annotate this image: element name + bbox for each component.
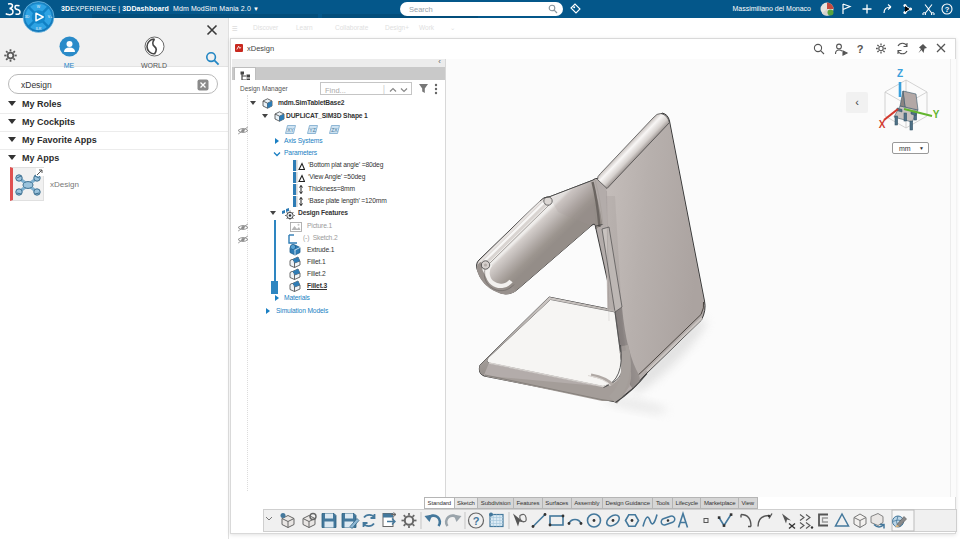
svg-text:ZX: ZX xyxy=(331,127,338,133)
svg-text:XY: XY xyxy=(287,127,294,133)
svg-text:Z: Z xyxy=(897,68,903,79)
svg-text:3D: 3D xyxy=(25,15,30,19)
svg-text:?: ? xyxy=(473,515,480,527)
svg-text:?: ? xyxy=(945,5,950,14)
svg-text:YZ: YZ xyxy=(309,127,315,133)
svg-text:?: ? xyxy=(857,43,864,55)
svg-text:X: X xyxy=(879,119,886,130)
svg-text:ILR: ILR xyxy=(36,27,42,31)
svg-text:V+: V+ xyxy=(48,15,53,19)
svg-text:W: W xyxy=(37,5,41,9)
svg-text:Y: Y xyxy=(933,109,940,120)
